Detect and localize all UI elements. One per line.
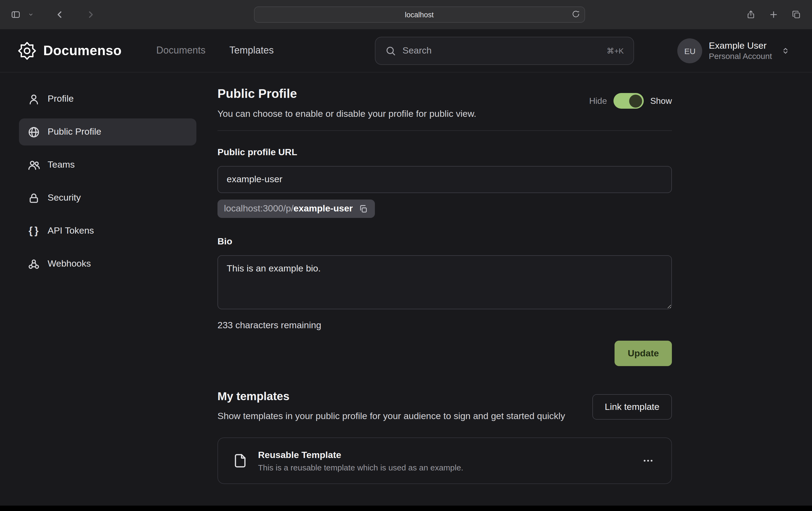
url-field-label: Public profile URL — [218, 147, 672, 158]
toolbar-chevron-down-icon[interactable] — [26, 10, 36, 20]
sidebar-item-label: Webhooks — [48, 259, 91, 269]
characters-remaining: 233 characters remaining — [218, 320, 672, 331]
search-input[interactable]: Search ⌘+K — [375, 37, 634, 65]
lock-icon — [28, 192, 40, 204]
my-templates-title: My templates — [218, 390, 565, 403]
profile-visibility-toggle[interactable] — [613, 93, 644, 109]
sidebar-toggle-icon[interactable] — [9, 7, 23, 22]
chevrons-up-down-icon — [781, 46, 790, 56]
profile-url-preview: localhost:3000/p/example-user — [218, 200, 375, 218]
template-menu-button[interactable] — [639, 452, 657, 470]
brand-name: Documenso — [43, 43, 122, 58]
nav-documents[interactable]: Documents — [156, 45, 206, 56]
sidebar-item-profile[interactable]: Profile — [19, 85, 196, 113]
hide-label: Hide — [589, 96, 607, 106]
search-placeholder: Search — [403, 46, 600, 56]
address-bar[interactable]: localhost — [254, 6, 585, 23]
sidebar-item-label: Public Profile — [48, 126, 101, 137]
url-prefix: localhost:3000/p/ — [224, 203, 293, 214]
user-menu[interactable]: EU Example User Personal Account — [677, 38, 791, 63]
sidebar-item-label: Teams — [48, 159, 75, 170]
visibility-control: Hide Show — [589, 93, 672, 109]
users-icon — [28, 159, 40, 171]
url-text: localhost — [405, 10, 434, 19]
window-bottom-edge — [0, 506, 812, 511]
divider — [218, 130, 672, 131]
my-templates-description: Show templates in your public profile fo… — [218, 409, 565, 424]
template-card: Reusable Template This is a reusable tem… — [218, 438, 672, 484]
sidebar-item-public-profile[interactable]: Public Profile — [19, 118, 196, 146]
tab-overview-icon[interactable] — [789, 7, 803, 22]
nav-templates[interactable]: Templates — [229, 45, 274, 56]
template-description: This is a reusable template which is use… — [258, 463, 463, 472]
app-window: Documenso Documents Templates Search ⌘+K… — [0, 29, 812, 506]
sidebar-item-security[interactable]: Security — [19, 184, 196, 211]
new-tab-icon[interactable] — [766, 7, 781, 22]
file-icon — [232, 453, 248, 469]
link-template-button[interactable]: Link template — [592, 394, 672, 420]
sidebar-item-webhooks[interactable]: Webhooks — [19, 250, 196, 277]
show-label: Show — [650, 96, 672, 106]
settings-sidebar: Profile Public Profile Teams Security { … — [19, 85, 196, 484]
share-icon[interactable] — [744, 7, 758, 22]
public-profile-settings: Public Profile You can choose to enable … — [218, 85, 672, 484]
user-name: Example User — [709, 40, 772, 52]
webhook-icon — [28, 258, 40, 270]
search-icon — [385, 46, 396, 56]
sidebar-item-label: Security — [48, 192, 81, 203]
ellipsis-icon — [642, 455, 654, 467]
user-icon — [28, 93, 40, 105]
bio-field-label: Bio — [218, 236, 672, 247]
top-nav: Documents Templates — [156, 45, 274, 56]
sidebar-item-label: Profile — [48, 94, 74, 104]
bio-textarea[interactable] — [218, 255, 672, 309]
forward-icon[interactable] — [83, 7, 98, 22]
page-subtitle: You can choose to enable or disable your… — [218, 109, 476, 120]
sidebar-item-api-tokens[interactable]: { } API Tokens — [19, 217, 196, 244]
back-icon[interactable] — [52, 7, 67, 22]
documenso-logo-icon — [17, 41, 37, 60]
page-title: Public Profile — [218, 87, 476, 101]
toggle-knob — [629, 94, 642, 107]
search-shortcut: ⌘+K — [607, 47, 624, 55]
update-button[interactable]: Update — [615, 341, 672, 366]
public-profile-url-input[interactable] — [218, 166, 672, 193]
copy-icon[interactable] — [358, 204, 369, 214]
template-name: Reusable Template — [258, 450, 463, 461]
url-slug: example-user — [293, 203, 353, 214]
user-account-type: Personal Account — [709, 52, 772, 62]
refresh-icon[interactable] — [569, 7, 582, 21]
brand[interactable]: Documenso — [17, 41, 122, 60]
avatar: EU — [677, 38, 702, 63]
sidebar-item-label: API Tokens — [48, 226, 94, 236]
browser-toolbar: localhost — [0, 0, 812, 29]
app-header: Documenso Documents Templates Search ⌘+K… — [0, 29, 812, 72]
globe-icon — [28, 126, 40, 138]
braces-icon: { } — [28, 225, 40, 237]
sidebar-item-teams[interactable]: Teams — [19, 151, 196, 178]
